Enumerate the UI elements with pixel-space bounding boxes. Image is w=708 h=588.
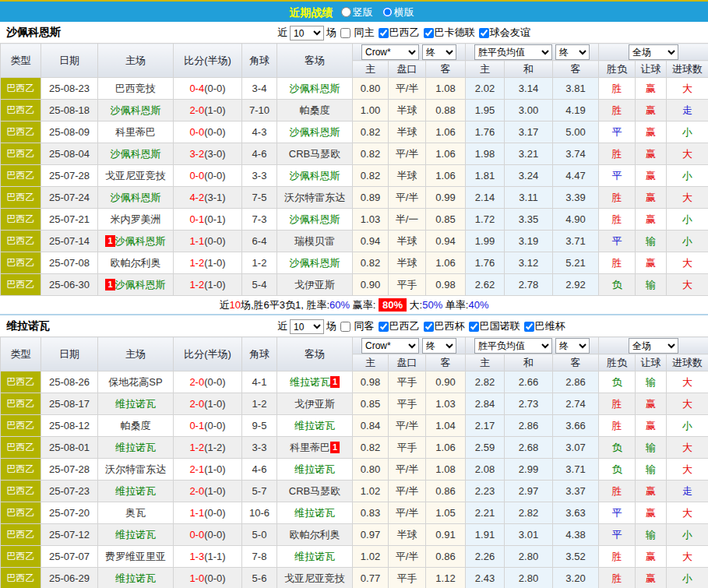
col-header-4: 角球 (242, 337, 277, 371)
match-date: 25-07-23 (41, 481, 98, 502)
avg-draw: 3.11 (505, 187, 553, 209)
away-team: 沙佩科恩斯 (277, 78, 353, 100)
bookmaker-select[interactable]: Crow* (361, 338, 419, 354)
avg-select[interactable]: 胜平负均值 (474, 338, 552, 354)
avg-final-select[interactable]: 终 (555, 338, 590, 354)
filter-league-checkbox-3[interactable] (524, 322, 534, 332)
away-team: 维拉诺瓦 (277, 546, 353, 568)
avg-draw: 2.66 (505, 371, 553, 393)
near-label: 近 (277, 26, 287, 38)
away-team-name: CRB马瑟欧 (289, 148, 340, 160)
avg-draw: 2.68 (505, 437, 553, 459)
scope-select[interactable]: 全场 (629, 338, 678, 354)
result-handicap: 赢 (636, 100, 667, 121)
layout-radio-label-1: 横版 (394, 6, 414, 18)
home-team-name: 沙佩科恩斯 (111, 148, 161, 160)
result-wdl: 胜 (599, 100, 636, 121)
odds-handicap: 半球 (389, 524, 426, 546)
result-goals: 大 (667, 143, 708, 165)
results-table: 类型日期主场比分(半场)角球客场Crow*终胜平负均值终全场主盘口客主和客胜负让… (0, 43, 708, 296)
fulltime-score: 2-0 (189, 398, 204, 410)
score-cell: 1-0(0-0) (174, 568, 242, 588)
filter-league-checkbox-0[interactable] (379, 322, 389, 332)
odds-final-select[interactable]: 终 (422, 338, 456, 354)
match-type-cell: 巴西乙 (1, 546, 41, 568)
filter-league-checkbox-1[interactable] (424, 322, 434, 332)
filter-league-checkbox-0[interactable] (379, 28, 389, 38)
match-row: 巴西乙25-07-08欧帕尔利奥1-2(1-0)1-2沙佩科恩斯0.82半球1.… (1, 252, 708, 274)
result-wdl: 负 (599, 437, 636, 459)
match-date: 25-08-17 (41, 393, 98, 415)
fulltime-score: 3-2 (189, 148, 204, 160)
bookmaker-select[interactable]: Crow* (361, 44, 419, 60)
score-cell: 0-0(0-0) (174, 121, 242, 143)
odds-away: 0.91 (426, 524, 466, 546)
red-card-badge: 1 (330, 442, 340, 453)
match-date: 25-07-07 (41, 546, 98, 568)
filter-league-checkbox-2[interactable] (469, 322, 479, 332)
corner-score: 7-10 (242, 100, 277, 121)
games-label: 场 (326, 320, 336, 332)
result-wdl: 平 (599, 524, 636, 546)
odds-home: 0.82 (353, 143, 389, 165)
home-team: 沙佩科恩斯 (98, 143, 174, 165)
odds-away: 1.08 (426, 459, 466, 481)
match-date: 25-07-08 (41, 252, 98, 274)
match-row: 巴西乙25-07-12维拉诺瓦0-0(0-0)5-0欧帕尔利奥0.97半球0.9… (1, 524, 708, 546)
fulltime-score: 0-0 (189, 529, 204, 540)
avg-draw: 3.35 (505, 209, 553, 231)
away-team: 维拉诺瓦 (277, 415, 353, 437)
match-count-select[interactable]: 10 (290, 319, 324, 334)
halftime-score: (0-0) (204, 170, 225, 181)
match-date: 25-08-01 (41, 437, 98, 459)
col-header-2: 主场 (98, 337, 174, 371)
avg-select[interactable]: 胜平负均值 (474, 44, 552, 60)
odds-home: 0.94 (353, 231, 389, 252)
match-type-cell: 巴西乙 (1, 209, 41, 231)
red-card-badge: 1 (330, 376, 340, 388)
halftime-score: (1-0) (204, 104, 225, 116)
odds-group-header: Crow*终 (353, 337, 466, 354)
avg-final-select[interactable]: 终 (555, 44, 590, 60)
filter-league-checkbox-1[interactable] (424, 28, 434, 38)
avg-home: 1.91 (466, 524, 505, 546)
corner-score: 1-2 (242, 252, 277, 274)
avg-away: 3.52 (553, 546, 599, 568)
scope-select[interactable]: 全场 (629, 44, 678, 60)
avg-home: 1.95 (466, 100, 505, 121)
match-row: 巴西乙25-07-28沃尔特雷东达2-1(1-0)4-6维拉诺瓦0.80平/半1… (1, 459, 708, 481)
match-count-select[interactable]: 10 (290, 26, 324, 40)
odds-home: 0.85 (353, 393, 389, 415)
result-goals: 大 (667, 502, 708, 524)
layout-radio-0[interactable] (341, 7, 351, 17)
match-date: 25-07-12 (41, 524, 98, 546)
col-header-1: 日期 (41, 337, 98, 371)
red-card-badge: 1 (105, 279, 114, 290)
match-type-cell: 巴西乙 (1, 143, 41, 165)
filter-league-checkbox-2[interactable] (479, 28, 489, 38)
filter-same-checkbox[interactable] (340, 322, 350, 332)
avg-away: 2.74 (553, 393, 599, 415)
odds-final-select[interactable]: 终 (422, 44, 456, 60)
col-header-5: 客场 (277, 44, 353, 78)
corner-score: 4-1 (242, 371, 277, 393)
result-goals: 大 (667, 78, 708, 100)
match-date: 25-07-28 (41, 459, 98, 481)
filter-same-checkbox[interactable] (340, 28, 350, 38)
away-team: 沙佩科恩斯 (277, 252, 353, 274)
halftime-score: (1-2) (204, 442, 225, 453)
fulltime-score: 1-0 (189, 572, 204, 584)
result-goals: 大 (667, 437, 708, 459)
odds-away: 1.08 (426, 78, 466, 100)
layout-radio-1[interactable] (382, 7, 393, 17)
games-label: 场 (326, 26, 336, 38)
home-team-name: 沙佩科恩斯 (115, 235, 166, 247)
away-team-name: 维拉诺瓦 (290, 376, 330, 388)
corner-score: 5-4 (242, 274, 277, 296)
result-handicap: 输 (636, 371, 667, 393)
match-row: 巴西乙25-07-21米内罗美洲0-1(0-1)7-3沙佩科恩斯1.03半/一0… (1, 209, 708, 231)
result-handicap: 赢 (636, 393, 667, 415)
layout-radio-label-0: 竖版 (353, 6, 373, 18)
result-wdl: 胜 (599, 481, 636, 502)
match-row: 巴西乙25-06-301沙佩科恩斯1-2(1-0)5-4戈伊亚斯0.90平手0.… (1, 274, 708, 296)
